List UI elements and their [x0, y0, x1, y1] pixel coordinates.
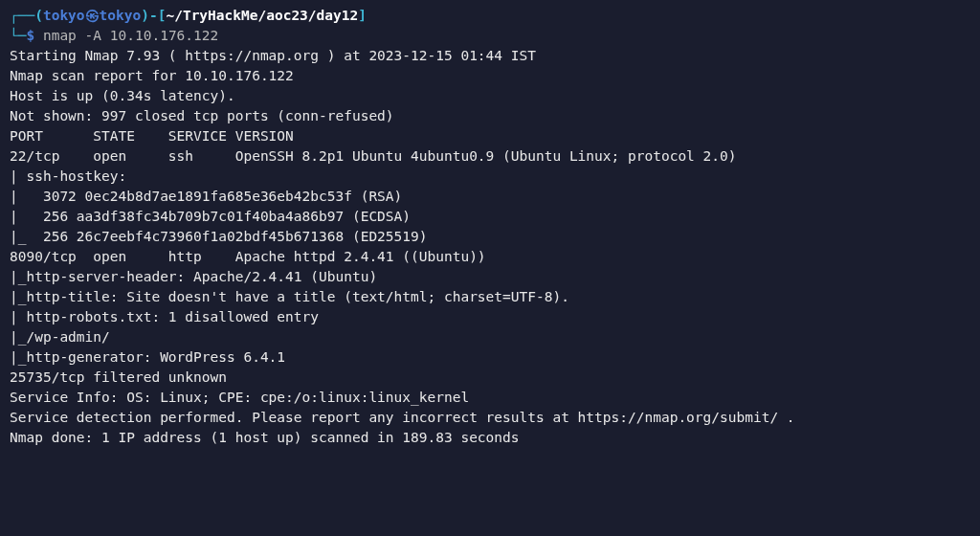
prompt-dash-open: -[	[149, 8, 166, 23]
output-line: |_http-server-header: Apache/2.4.41 (Ubu…	[10, 267, 970, 287]
prompt-dollar: $	[26, 28, 34, 43]
output-line: | 3072 0ec24b8d7ae1891fa685e36eb42bc53f …	[10, 187, 970, 207]
output-line: | http-robots.txt: 1 disallowed entry	[10, 307, 970, 327]
prompt-close-user: )	[141, 8, 149, 23]
command-text: nmap -A 10.10.176.122	[34, 28, 218, 43]
output-line: 25735/tcp filtered unknown	[10, 368, 970, 388]
prompt-host: tokyo	[100, 8, 142, 23]
output-line: |_ 256 26c7eebf4c73960f1a02bdf45b671368 …	[10, 227, 970, 247]
prompt-path: /TryHackMe/aoc23/day12	[174, 8, 358, 23]
output-line: Service detection performed. Please repo…	[10, 408, 970, 428]
output-line: Nmap done: 1 IP address (1 host up) scan…	[10, 428, 970, 448]
output-line: Service Info: OS: Linux; CPE: cpe:/o:lin…	[10, 388, 970, 408]
output-line: | ssh-hostkey:	[10, 167, 970, 187]
prompt-close-bracket: ]	[358, 8, 367, 23]
output-line: 22/tcp open ssh OpenSSH 8.2p1 Ubuntu 4ub…	[10, 146, 970, 167]
output-line: Not shown: 997 closed tcp ports (conn-re…	[10, 106, 970, 126]
prompt-line2-prefix: └─	[10, 28, 26, 43]
output-line: |_http-title: Site doesn't have a title …	[10, 287, 970, 307]
skull-icon: ㉿	[85, 8, 100, 23]
output-line: |_http-generator: WordPress 6.4.1	[10, 347, 970, 368]
output-line: Nmap scan report for 10.10.176.122	[10, 66, 970, 86]
prompt-open: ┌──(	[10, 8, 43, 23]
output-line: | 256 aa3df38fc34b709b7c01f40ba4a86b97 (…	[10, 207, 970, 227]
output-line: 8090/tcp open http Apache httpd 2.4.41 (…	[10, 247, 970, 267]
terminal-window[interactable]: ┌──(tokyo㉿tokyo)-[~/TryHackMe/aoc23/day1…	[10, 6, 970, 448]
prompt-user: tokyo	[43, 8, 85, 23]
prompt-line-2: └─$ nmap -A 10.10.176.122	[10, 26, 970, 46]
prompt-line-1: ┌──(tokyo㉿tokyo)-[~/TryHackMe/aoc23/day1…	[10, 6, 970, 26]
output-line: Starting Nmap 7.93 ( https://nmap.org ) …	[10, 46, 970, 66]
output-line: Host is up (0.34s latency).	[10, 86, 970, 106]
output-line-header: PORT STATE SERVICE VERSION	[10, 126, 970, 146]
prompt-tilde: ~	[166, 8, 174, 23]
output-line: |_/wp-admin/	[10, 327, 970, 347]
